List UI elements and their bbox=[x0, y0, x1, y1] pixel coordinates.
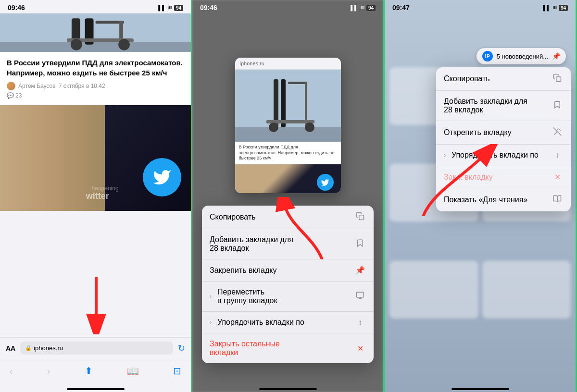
svg-point-8 bbox=[118, 39, 130, 50]
menu-item-reader-3[interactable]: Показать «Для чтения» bbox=[436, 188, 571, 211]
tab-mini-text: В России утвердили ПДД для электросамока… bbox=[235, 142, 341, 164]
tab-preview-header: iphones.ru bbox=[235, 58, 341, 70]
tab-thumb-5 bbox=[389, 261, 478, 318]
status-time-2: 09:46 bbox=[200, 4, 217, 12]
back-button[interactable]: ‹ bbox=[10, 366, 13, 377]
status-time-1: 09:46 bbox=[8, 4, 25, 12]
svg-rect-14 bbox=[288, 82, 307, 84]
menu-item-label-pin-2: Закрепить вкладку bbox=[210, 266, 354, 275]
bookmark-svg-icon bbox=[356, 238, 364, 248]
browser-content-1[interactable]: В России утвердили ПДД для электросамока… bbox=[0, 13, 191, 211]
pinned-badge[interactable]: iP 5 нововведений... 📌 bbox=[477, 48, 566, 64]
phone-panel-1: 09:46 ▌▌ ≋ 94 bbox=[0, 0, 192, 392]
author-avatar-1 bbox=[7, 82, 15, 90]
chevron-sort-icon-3: › bbox=[444, 152, 446, 159]
scooter-svg bbox=[0, 13, 191, 52]
menu-item-sort-2[interactable]: › Упорядочить вкладки по ↕ bbox=[202, 312, 374, 333]
menu-item-unpin-3[interactable]: Открепить вкладку bbox=[436, 121, 571, 145]
move-icon-2 bbox=[354, 291, 366, 302]
sort-icon-2: ↕ bbox=[354, 318, 366, 327]
menu-item-label-sort-3: Упорядочить вкладки по bbox=[452, 151, 552, 159]
menu-item-label-copy-3: Скопировать bbox=[444, 74, 552, 83]
reader-svg-icon bbox=[553, 195, 562, 203]
tab-preview-content bbox=[235, 70, 341, 142]
svg-point-7 bbox=[71, 39, 82, 50]
close-icon-3: ✕ bbox=[552, 172, 563, 182]
scooter-image bbox=[0, 13, 191, 52]
happening-text: happening bbox=[92, 185, 119, 192]
preview-scooter-svg bbox=[235, 70, 341, 142]
status-bar-2: 09:46 ▌▌ ≋ 94 bbox=[192, 0, 383, 13]
tab-twitter-logo bbox=[317, 174, 334, 191]
home-indicator-2 bbox=[259, 388, 317, 390]
svg-rect-20 bbox=[357, 292, 364, 297]
bookmark-svg-icon-3 bbox=[553, 100, 562, 110]
menu-item-copy-2[interactable]: Скопировать bbox=[202, 206, 374, 229]
battery-icon-3: 94 bbox=[559, 5, 568, 11]
wifi-icon-3: ≋ bbox=[552, 5, 557, 11]
menu-item-copy-3[interactable]: Скопировать bbox=[436, 67, 571, 91]
url-text: iphones.ru bbox=[34, 344, 63, 352]
wifi-icon-2: ≋ bbox=[360, 5, 364, 11]
menu-item-label-close-3: Зак... вкладку bbox=[444, 173, 552, 182]
dark-bg bbox=[105, 105, 191, 211]
menu-item-close-2[interactable]: Закрыть остальныевкладки ✕ bbox=[202, 333, 374, 363]
menu-item-pin-2[interactable]: Закрепить вкладку 📌 bbox=[202, 259, 374, 282]
article-card-1[interactable]: В России утвердили ПДД для электросамока… bbox=[0, 52, 191, 105]
twitter-bird-icon bbox=[152, 168, 172, 187]
tab-twitter-icon bbox=[321, 178, 329, 187]
copy-icon-2 bbox=[354, 212, 366, 222]
menu-item-close-3[interactable]: Зак... вкладку ✕ bbox=[436, 166, 571, 188]
svg-rect-19 bbox=[359, 215, 364, 220]
menu-item-label-reader-3: Показать «Для чтения» bbox=[444, 196, 552, 204]
share-button[interactable]: ⬆ bbox=[85, 365, 93, 377]
comment-count-1: 23 bbox=[15, 92, 22, 99]
phone-panel-2: 09:46 ▌▌ ≋ 94 iphones.ru В России утверд… bbox=[192, 0, 385, 392]
copy-svg-icon bbox=[356, 212, 364, 220]
pinned-ip-icon: iP bbox=[482, 51, 493, 61]
menu-item-label-unpin-3: Открепить вкладку bbox=[444, 128, 552, 137]
tab-preview-elon bbox=[235, 164, 341, 193]
sort-icon-3: ↕ bbox=[552, 151, 563, 159]
close-icon-2: ✕ bbox=[354, 344, 366, 353]
article-date-1: 7 октября в 10:42 bbox=[59, 83, 105, 89]
twitter-logo bbox=[143, 158, 181, 196]
address-bar[interactable]: AA 🔒 iphones.ru ↻ bbox=[0, 337, 191, 358]
menu-item-move-2[interactable]: › Переместитьв группу вкладок bbox=[202, 282, 374, 312]
bookmarks-button[interactable]: 📖 bbox=[127, 365, 139, 377]
forward-button[interactable]: › bbox=[47, 366, 50, 377]
refresh-button[interactable]: ↻ bbox=[178, 343, 185, 354]
menu-item-label-bookmark-3: Добавить закладки для28 вкладок bbox=[444, 97, 552, 114]
url-field[interactable]: 🔒 iphones.ru bbox=[20, 342, 173, 355]
phone-panel-3: 09:47 ▌▌ ≋ 94 iP 5 нововведений... 📌 Ско… bbox=[385, 0, 577, 392]
elon-image: witter happening bbox=[0, 105, 191, 211]
copy-svg-icon-3 bbox=[553, 74, 562, 82]
aa-button[interactable]: AA bbox=[6, 344, 15, 352]
home-indicator-3 bbox=[452, 388, 509, 390]
bottom-toolbar: ‹ › ⬆ 📖 ⊡ bbox=[0, 361, 191, 384]
menu-item-bookmark-3[interactable]: Добавить закладки для28 вкладок bbox=[436, 91, 571, 121]
svg-point-17 bbox=[269, 122, 278, 132]
tab-preview[interactable]: iphones.ru В России утвердили ПДД для эл… bbox=[235, 58, 341, 193]
twitter-text: witter bbox=[86, 191, 109, 201]
comment-badge-1: 💬 23 bbox=[7, 92, 184, 99]
pin-badge-icon: 📌 bbox=[552, 52, 560, 60]
chevron-sort-icon-2: › bbox=[210, 319, 212, 326]
menu-item-label-copy-2: Скопировать bbox=[210, 213, 354, 221]
status-icons-1: ▌▌ ≋ 94 bbox=[158, 5, 183, 11]
tabs-button[interactable]: ⊡ bbox=[173, 365, 181, 377]
battery-icon-2: 94 bbox=[366, 5, 376, 11]
move-svg-icon bbox=[356, 291, 364, 300]
menu-item-label-close-2: Закрыть остальныевкладки bbox=[210, 340, 354, 357]
status-bar-1: 09:46 ▌▌ ≋ 94 bbox=[0, 0, 191, 13]
status-icons-3: ▌▌ ≋ 94 bbox=[543, 5, 568, 11]
menu-item-bookmark-2[interactable]: Добавить закладки для28 вкладок bbox=[202, 229, 374, 259]
menu-item-sort-3[interactable]: › Упорядочить вкладки по ↕ bbox=[436, 145, 571, 166]
bookmark-icon-3 bbox=[552, 100, 563, 111]
menu-item-label-move-2: Переместитьв группу вкладок bbox=[217, 288, 354, 305]
signal-icon-3: ▌▌ bbox=[543, 5, 551, 11]
svg-point-18 bbox=[305, 122, 314, 132]
chevron-icon-2: › bbox=[210, 293, 212, 300]
status-bar-3: 09:47 ▌▌ ≋ 94 bbox=[385, 0, 576, 13]
svg-rect-24 bbox=[556, 77, 561, 82]
